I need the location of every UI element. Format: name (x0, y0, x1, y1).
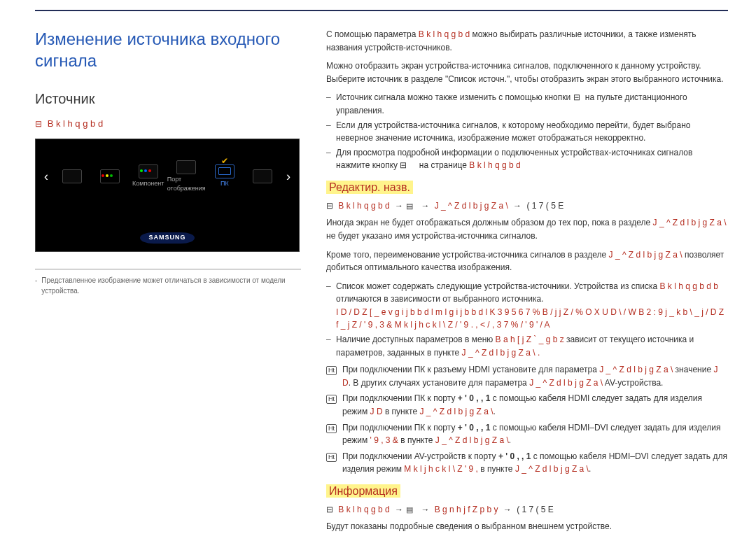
note-1: При подключении ПК к разъему HDMI устано… (342, 363, 728, 389)
note-ico-4: Ht (326, 453, 337, 462)
section-subtitle: Источник (35, 88, 301, 110)
samsung-logo: SAMSUNG (140, 232, 194, 244)
shot-src-4: Порт отображения (167, 175, 206, 195)
p-edit2: Кроме того, переименование устройства-ис… (326, 248, 728, 274)
h-information: Информация (326, 484, 400, 498)
check-icon: ✔ (221, 155, 228, 168)
p-edit1: Иногда экран не будет отображаться должн… (326, 216, 728, 242)
p-intro2: Можно отобразить экран устройства-источн… (326, 59, 728, 85)
menu-icon (35, 118, 45, 129)
caption-text: Представленное изображение может отличат… (41, 275, 301, 297)
nav-edit-name: B k l h q g b d → → J _ ^ Z d l b j g Z … (326, 199, 728, 213)
p-info: Будут показаны подробные сведения о выбр… (326, 520, 728, 533)
note-ico-1: Ht (326, 366, 337, 375)
note-ico-2: Ht (326, 395, 337, 404)
note-2: При подключении ПК к порту + ' 0 , , 1 с… (342, 392, 728, 418)
note-3: При подключении ПК к порту + ' 0 , , 1 с… (342, 421, 728, 447)
note-4: При подключении AV-устройств к порту + '… (342, 450, 728, 476)
path-left: B k l h q g b d (48, 118, 104, 129)
dash-list-1: Источник сигнала можно также изменить с … (326, 91, 728, 172)
p-intro1: С помощью параметра B k l h q g b d можн… (326, 28, 728, 54)
caption-dash: - (35, 275, 37, 297)
scroll-left-icon[interactable]: ‹ (41, 167, 51, 187)
scroll-right-icon[interactable]: › (284, 167, 293, 187)
nav-information: B k l h q g b d → → B g n h j f Z p b y … (326, 503, 728, 517)
note-ico-3: Ht (326, 424, 337, 433)
h-edit-name: Редактир. назв. (326, 181, 413, 194)
source-screenshot: ‹ Компонент Порт ото (35, 139, 300, 252)
shot-src-5: ПК (220, 179, 229, 189)
page-title: Изменение источника входного сигнала (35, 28, 301, 71)
shot-src-3: Компонент (132, 179, 164, 189)
dash-list-2: Список может содержать следующие устройс… (326, 280, 728, 360)
